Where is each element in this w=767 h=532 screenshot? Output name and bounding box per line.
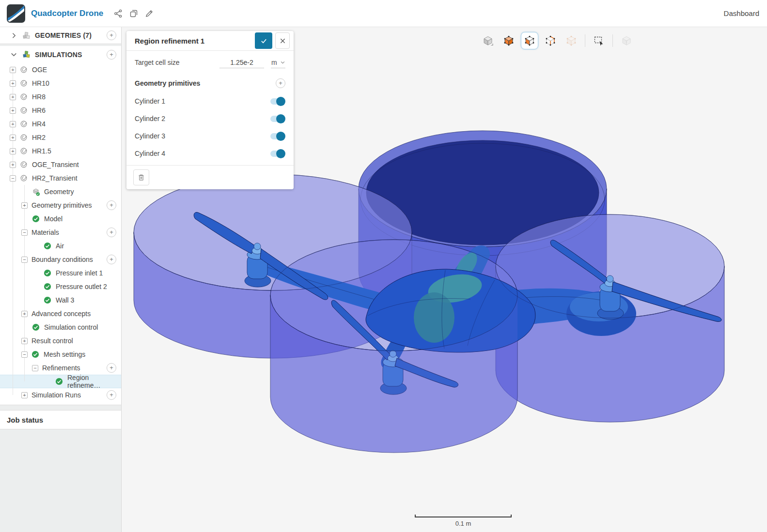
tree-item-wall-3[interactable]: Wall 3: [0, 293, 121, 307]
expand-toggle-icon[interactable]: +: [10, 148, 16, 154]
add-simulation-button[interactable]: +: [107, 50, 116, 60]
tree-item-pressure-inlet-1[interactable]: Pressure inlet 1: [0, 266, 121, 280]
expand-toggle-icon[interactable]: +: [10, 135, 16, 141]
tree-guide-line: [13, 70, 13, 395]
viewport-3d[interactable]: 0.1 m Region refinement 1 Target cell si…: [122, 27, 767, 532]
add-geometry-button[interactable]: +: [107, 30, 116, 40]
close-button[interactable]: [275, 32, 290, 49]
tree-item-hr8[interactable]: +HR8: [0, 90, 121, 104]
unit-value: m: [271, 59, 277, 66]
assignment-row-cylinder-1: Cylinder 1: [126, 92, 294, 110]
expand-toggle-icon[interactable]: +: [10, 80, 16, 87]
tree-item-label: HR1.5: [32, 147, 51, 155]
tree-item-label: Refinements: [42, 364, 80, 372]
tree-item-oge-transient[interactable]: +OGE_Transient: [0, 158, 121, 171]
expand-toggle-icon[interactable]: +: [10, 107, 16, 114]
check-circle-icon: [44, 269, 52, 277]
duplicate-icon[interactable]: [129, 9, 138, 18]
tree-item-label: Boundary conditions: [31, 256, 93, 263]
unit-select[interactable]: m: [271, 57, 285, 68]
toolbar-separator: [612, 34, 613, 47]
add-simulation-runs-button[interactable]: +: [107, 390, 116, 400]
scale-bar-label: 0.1 m: [415, 520, 512, 527]
tree-item-hr6[interactable]: +HR6: [0, 104, 121, 117]
dashboard-link[interactable]: Dashboard: [724, 9, 760, 17]
tree-item-pressure-outlet-2[interactable]: Pressure outlet 2: [0, 280, 121, 293]
tree-item-boundary-conditions[interactable]: −Boundary conditions+: [0, 253, 121, 266]
tree-item-result-control[interactable]: +Result control: [0, 334, 121, 348]
tree-item-materials[interactable]: −Materials+: [0, 226, 121, 239]
tree-item-mesh-settings[interactable]: −Mesh settings: [0, 348, 121, 361]
collapse-toggle-icon[interactable]: −: [21, 229, 28, 236]
tree-item-region-refineme[interactable]: Region refineme…: [0, 375, 121, 388]
expand-toggle-icon[interactable]: +: [10, 162, 16, 168]
tree-item-label: Geometry primitives: [31, 201, 92, 209]
assignment-row-cylinder-3: Cylinder 3: [126, 127, 294, 145]
expand-toggle-icon[interactable]: +: [10, 67, 16, 73]
simulation-tree-sidebar: GEOMETRIES (7) + SIMULATIONS + +OGE+HR10…: [0, 27, 122, 532]
delete-refinement-button[interactable]: [133, 169, 149, 185]
tree-item-label: HR2: [32, 134, 46, 141]
panel-title: Region refinement 1: [135, 37, 204, 45]
expand-toggle-icon[interactable]: +: [10, 94, 16, 100]
face-select-icon[interactable]: [521, 32, 538, 49]
tree-item-geometry-primitives[interactable]: +Geometry primitives+: [0, 198, 121, 212]
simulations-section-header[interactable]: SIMULATIONS +: [0, 46, 121, 63]
tree-item-simulation-control[interactable]: Simulation control: [0, 320, 121, 334]
box-select-icon[interactable]: [590, 32, 608, 49]
collapse-toggle-icon[interactable]: −: [32, 365, 38, 371]
collapse-toggle-icon[interactable]: −: [21, 351, 28, 358]
confirm-button[interactable]: [255, 32, 272, 49]
add-boundary-conditions-button[interactable]: +: [107, 255, 116, 264]
expand-toggle-icon[interactable]: +: [21, 338, 28, 344]
project-title: Quadcopter Drone: [31, 9, 103, 18]
geometry-primitives-label: Geometry primitives: [135, 79, 200, 87]
tree-item-hr2[interactable]: +HR2: [0, 131, 121, 144]
cylinder-1-toggle[interactable]: [270, 98, 284, 105]
tree-item-hr2-transient[interactable]: −HR2_Transient: [0, 171, 121, 185]
volume-select-icon[interactable]: [500, 32, 517, 49]
expand-toggle-icon[interactable]: +: [21, 392, 28, 398]
cylinder-2-toggle[interactable]: [270, 116, 284, 122]
share-icon[interactable]: [114, 9, 123, 18]
tree-item-geometry[interactable]: Geometry: [0, 185, 121, 198]
tree-item-air[interactable]: Air: [0, 239, 121, 253]
simulation-icon: [20, 161, 28, 169]
add-materials-button[interactable]: +: [107, 228, 116, 237]
geometries-section-header[interactable]: GEOMETRIES (7) +: [0, 27, 121, 44]
tree-item-advanced-concepts[interactable]: +Advanced concepts: [0, 307, 121, 320]
tree-item-hr4[interactable]: +HR4: [0, 117, 121, 131]
add-geometry-primitives-button[interactable]: +: [107, 200, 116, 210]
tree-item-label: HR6: [32, 106, 46, 114]
view-cube-icon[interactable]: [479, 32, 497, 49]
job-status-section[interactable]: Job status: [0, 410, 121, 429]
tree-item-hr1-5[interactable]: +HR1.5: [0, 144, 121, 158]
expand-toggle-icon[interactable]: +: [21, 202, 28, 209]
scale-bar-line: [415, 515, 512, 517]
collapse-toggle-icon[interactable]: −: [21, 257, 28, 263]
simulation-icon: [20, 79, 28, 88]
app-logo-icon[interactable]: [7, 4, 25, 23]
collapse-toggle-icon[interactable]: −: [10, 175, 16, 182]
edit-icon[interactable]: [145, 9, 154, 18]
target-cell-size-input[interactable]: [219, 57, 264, 68]
vertex-select-icon: [563, 32, 580, 49]
tree-item-label: Simulation Runs: [31, 391, 81, 399]
expand-toggle-icon[interactable]: +: [21, 311, 28, 317]
tree-item-oge[interactable]: +OGE: [0, 63, 121, 76]
cylinder-3-toggle[interactable]: [270, 133, 284, 139]
add-geometry-primitive-button[interactable]: +: [276, 78, 285, 88]
check-circle-icon: [44, 296, 52, 304]
chevron-down-icon: [281, 61, 285, 64]
tree-item-refinements[interactable]: −Refinements+: [0, 361, 121, 375]
edge-select-icon[interactable]: [542, 32, 559, 49]
tree-item-label: HR10: [32, 79, 49, 87]
tree-item-simulation-runs[interactable]: +Simulation Runs+: [0, 388, 121, 402]
tree-item-model[interactable]: Model: [0, 212, 121, 226]
expand-toggle-icon[interactable]: +: [10, 121, 16, 127]
assignment-row-cylinder-2: Cylinder 2: [126, 110, 294, 127]
tree-item-label: Geometry: [44, 188, 74, 196]
add-refinements-button[interactable]: +: [107, 363, 116, 373]
cylinder-4-toggle[interactable]: [270, 151, 284, 157]
tree-item-hr10[interactable]: +HR10: [0, 76, 121, 90]
